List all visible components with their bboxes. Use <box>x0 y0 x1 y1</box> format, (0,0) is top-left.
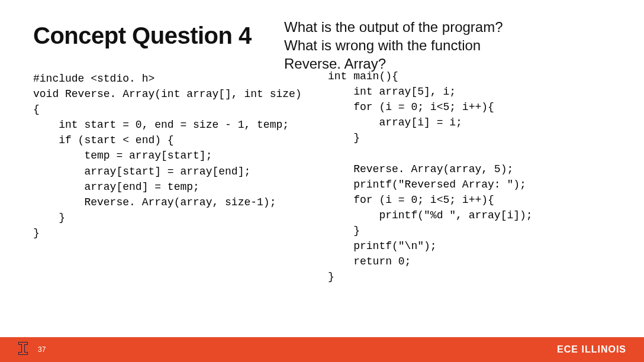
question-text: What is the output of the program? What … <box>284 18 627 73</box>
footer-org: ECE ILLINOIS <box>557 344 626 355</box>
footer-left: 37 <box>18 341 46 358</box>
illinois-logo-icon <box>18 341 28 358</box>
question-line-1: What is the output of the program? <box>284 18 627 36</box>
slide: Concept Question 4 What is the output of… <box>0 0 644 362</box>
code-block-left: #include <stdio. h> void Reverse. Array(… <box>33 71 302 241</box>
question-line-2: What is wrong with the function <box>284 36 627 54</box>
code-block-right: int main(){ int array[5], i; for (i = 0;… <box>328 69 533 285</box>
svg-rect-5 <box>19 353 27 354</box>
slide-title: Concept Question 4 <box>33 22 252 49</box>
page-number: 37 <box>38 345 46 354</box>
footer-bar: 37 ECE ILLINOIS <box>0 337 644 362</box>
